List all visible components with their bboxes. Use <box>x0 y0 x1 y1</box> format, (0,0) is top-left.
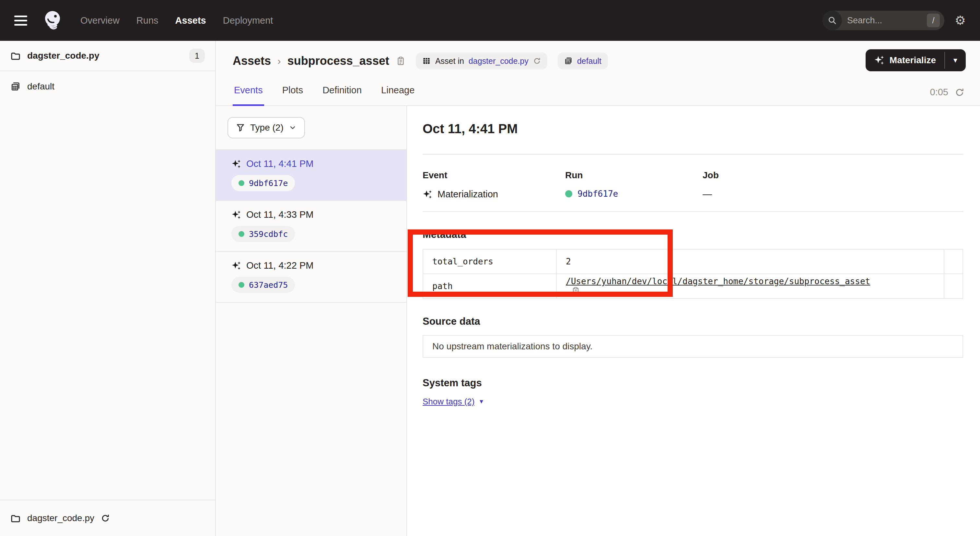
type-filter-button[interactable]: Type (2) <box>228 117 305 138</box>
run-id: 637aed75 <box>249 280 288 290</box>
folder-icon <box>10 51 21 61</box>
asset-page-header: Assets › subprocess_asset Asset in dagst… <box>216 41 980 106</box>
event-column: Event Materialization <box>423 170 565 200</box>
run-success-dot <box>239 282 244 288</box>
type-filter-label: Type (2) <box>250 122 283 133</box>
run-success-dot <box>565 190 572 197</box>
materialize-split-button: Materialize ▼ <box>865 49 966 71</box>
event-type-value: Materialization <box>438 189 498 200</box>
breadcrumb-separator: › <box>277 55 281 67</box>
refresh-countdown: 0:05 <box>930 87 948 97</box>
source-data-empty-text: No upstream materializations to display. <box>432 341 592 352</box>
run-id: 359cdbfc <box>249 229 288 239</box>
breadcrumb: Assets › subprocess_asset Asset in dagst… <box>233 50 966 72</box>
run-id-badge[interactable]: 637aed75 <box>231 277 295 293</box>
tab-plots[interactable]: Plots <box>281 80 304 105</box>
metadata-key: path <box>423 274 557 299</box>
divider <box>423 154 963 154</box>
event-list-item[interactable]: Oct 11, 4:41 PM 9dbf617e <box>216 150 406 200</box>
event-detail-panel: Oct 11, 4:41 PM Event Materialization Ru… <box>407 106 980 536</box>
metadata-key: total_orders <box>423 249 557 274</box>
run-success-dot <box>239 231 244 237</box>
sidebar-item-default-group[interactable]: default <box>0 71 215 102</box>
source-data-empty-state: No upstream materializations to display. <box>423 335 963 358</box>
source-data-heading: Source data <box>423 316 963 327</box>
search-shortcut-key: / <box>927 14 940 27</box>
job-column: Job — <box>703 170 963 200</box>
hamburger-menu-icon[interactable] <box>14 16 27 25</box>
repository-icon <box>564 57 573 65</box>
global-search[interactable]: / <box>822 11 944 30</box>
repository-icon <box>10 81 21 92</box>
sidebar-footer-code-location[interactable]: dagster_code.py <box>0 500 215 536</box>
caret-down-icon: ▼ <box>478 398 484 405</box>
nav-item-overview[interactable]: Overview <box>80 15 119 26</box>
copy-asset-name-icon[interactable] <box>396 56 406 66</box>
asset-count-badge: 1 <box>189 49 205 63</box>
tab-definition[interactable]: Definition <box>321 80 363 105</box>
run-column-label: Run <box>565 170 703 180</box>
metadata-value: /Users/yuhan/dev/local/dagster_home/stor… <box>557 274 944 299</box>
show-tags-link[interactable]: Show tags (2) ▼ <box>423 397 484 407</box>
event-list-item[interactable]: Oct 11, 4:22 PM 637aed75 <box>216 251 406 303</box>
materialize-sparkle-icon <box>874 55 885 65</box>
materialization-sparkle-icon <box>423 189 432 199</box>
asset-detail-main: Assets › subprocess_asset Asset in dagst… <box>216 41 980 536</box>
show-tags-label: Show tags (2) <box>423 397 474 407</box>
path-link[interactable]: /Users/yuhan/dev/local/dagster_home/stor… <box>566 277 870 286</box>
dagster-logo-icon[interactable] <box>41 10 64 32</box>
metadata-table: total_orders 2 path /Users/yuhan/dev/loc… <box>423 249 963 299</box>
tab-events[interactable]: Events <box>233 80 264 105</box>
repository-tag-link[interactable]: default <box>577 56 601 66</box>
copy-path-icon[interactable] <box>571 286 580 296</box>
materialization-sparkle-icon <box>231 159 241 169</box>
metadata-heading: Metadata <box>423 229 963 240</box>
sidebar-item-code-location[interactable]: dagster_code.py 1 <box>0 41 215 71</box>
breadcrumb-assets-link[interactable]: Assets <box>233 54 271 68</box>
reload-icon[interactable] <box>101 514 110 523</box>
materialize-dropdown-caret[interactable]: ▼ <box>945 49 966 71</box>
run-id-badge[interactable]: 359cdbfc <box>231 226 295 242</box>
tab-lineage[interactable]: Lineage <box>380 80 416 105</box>
materialization-event-list: Type (2) Oct 11, 4:41 PM 9dbf617e <box>216 106 407 536</box>
refresh-icon[interactable] <box>955 87 964 97</box>
folder-icon <box>10 513 21 523</box>
run-column: Run 9dbf617e <box>565 170 703 200</box>
asset-tag-prefix: Asset in <box>435 56 464 66</box>
materialization-sparkle-icon <box>231 210 241 220</box>
chevron-down-icon <box>289 124 296 132</box>
event-date: Oct 11, 4:22 PM <box>246 260 313 271</box>
event-date: Oct 11, 4:41 PM <box>246 159 313 169</box>
page-title: subprocess_asset <box>288 54 389 68</box>
run-success-dot <box>239 180 244 186</box>
filter-funnel-icon <box>236 123 245 132</box>
asset-groups-sidebar: dagster_code.py 1 default dagster_code.p… <box>0 41 216 536</box>
run-id-link[interactable]: 9dbf617e <box>578 189 618 199</box>
materialize-label: Materialize <box>889 55 936 65</box>
run-id: 9dbf617e <box>249 178 288 188</box>
dagster-app: Overview Runs Assets Deployment / ⚙ dags… <box>0 0 980 536</box>
settings-gear-icon[interactable]: ⚙ <box>955 14 966 27</box>
run-id-badge[interactable]: 9dbf617e <box>231 175 295 191</box>
asset-tag-code-location-link[interactable]: dagster_code.py <box>469 56 528 66</box>
asset-definition-tag[interactable]: Asset in dagster_code.py <box>416 52 547 69</box>
nav-item-runs[interactable]: Runs <box>137 15 159 26</box>
search-input[interactable] <box>842 16 927 25</box>
materialize-button[interactable]: Materialize <box>865 49 944 71</box>
event-list-item[interactable]: Oct 11, 4:33 PM 359cdbfc <box>216 200 406 251</box>
nav-item-assets[interactable]: Assets <box>175 15 206 26</box>
event-date: Oct 11, 4:33 PM <box>246 209 313 220</box>
job-column-label: Job <box>703 170 963 180</box>
metadata-extra-cell <box>944 274 963 299</box>
materialization-sparkle-icon <box>231 261 241 270</box>
top-nav: Overview Runs Assets Deployment / ⚙ <box>0 0 980 41</box>
search-icon <box>822 11 842 30</box>
metadata-row: total_orders 2 <box>423 249 963 274</box>
divider <box>423 211 963 212</box>
repository-tag[interactable]: default <box>558 52 608 69</box>
event-detail-title: Oct 11, 4:41 PM <box>423 120 963 137</box>
nav-item-deployment[interactable]: Deployment <box>223 15 273 26</box>
metadata-value: 2 <box>557 249 944 274</box>
reload-definition-icon[interactable] <box>533 57 541 65</box>
group-label: default <box>27 81 54 92</box>
